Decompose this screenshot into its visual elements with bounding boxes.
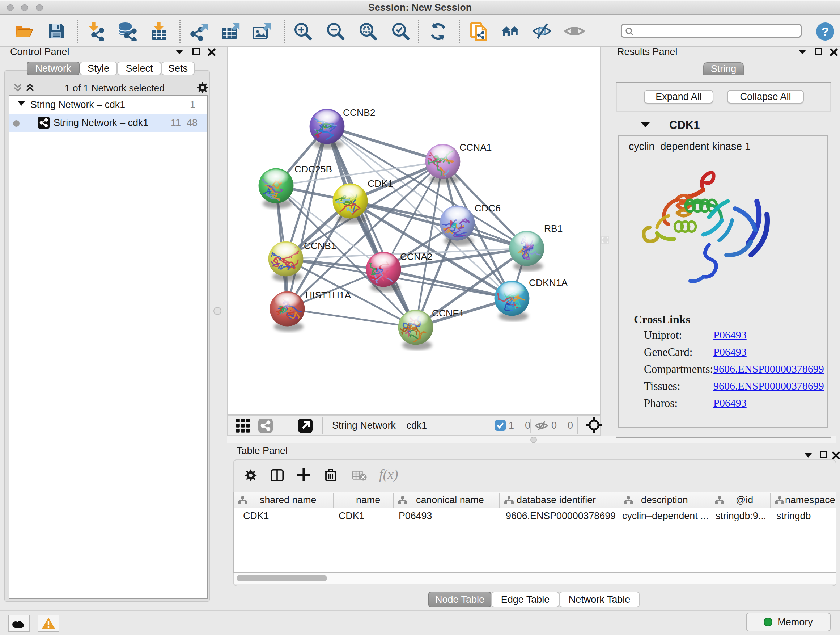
svg-text:?: ?	[821, 25, 829, 38]
svg-text:CDC6: CDC6	[475, 203, 501, 214]
svg-text:CDKN1A: CDKN1A	[529, 277, 568, 288]
svg-text:RB1: RB1	[544, 223, 562, 234]
svg-text:CDC25B: CDC25B	[294, 164, 332, 174]
svg-text:CCNB2: CCNB2	[343, 107, 375, 118]
svg-text:HIST1H1A: HIST1H1A	[305, 290, 351, 301]
svg-text:CDK1: CDK1	[368, 178, 393, 189]
svg-text:CCNB1: CCNB1	[304, 241, 336, 251]
svg-text:CCNA2: CCNA2	[400, 251, 432, 262]
svg-text:CCNE1: CCNE1	[432, 308, 464, 318]
svg-text:CCNA1: CCNA1	[459, 142, 492, 153]
